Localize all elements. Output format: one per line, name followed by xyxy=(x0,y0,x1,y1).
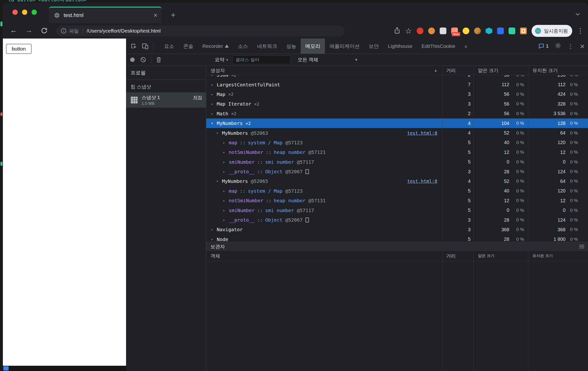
reload-icon[interactable] xyxy=(41,27,48,35)
page-button[interactable]: button xyxy=(6,44,32,54)
devtools-tab-보안[interactable]: 보안 xyxy=(364,39,383,54)
hamburger-menu-icon[interactable] xyxy=(579,245,584,248)
devtools-tab-Lighthouse[interactable]: Lighthouse xyxy=(383,39,417,54)
expand-icon[interactable]: ▸ xyxy=(211,111,217,116)
omnibox[interactable]: i 파일 /Users/yceffort/Desktop/test.html xyxy=(56,25,345,36)
devtools-tab-콘솔[interactable]: 콘솔 xyxy=(179,39,198,54)
devtools-tab-메모리[interactable]: 메모리 xyxy=(301,39,325,54)
devtools-settings-gear-icon[interactable] xyxy=(555,42,561,50)
expand-icon[interactable]: ▸ xyxy=(223,150,229,154)
extension-person-icon[interactable] xyxy=(428,28,435,34)
devtools-tab-애플리케이션[interactable]: 애플리케이션 xyxy=(325,39,364,54)
column-header-object[interactable]: 객체 xyxy=(206,251,442,261)
devtools-close-icon[interactable]: × xyxy=(580,42,585,50)
column-header-retained-size[interactable]: 유지된 크기 xyxy=(528,251,588,261)
extension-adblock-icon[interactable] xyxy=(417,28,423,34)
heap-row[interactable]: ▸__proto__::Object@520673280 %1240 % xyxy=(206,215,588,225)
heap-row[interactable]: ▸Node5280 %1 8000 % xyxy=(206,235,588,242)
page-info-icon[interactable]: i xyxy=(61,28,66,33)
devtools-tab-성능[interactable]: 성능 xyxy=(282,39,301,54)
issues-counter[interactable]: 1 xyxy=(538,43,548,49)
tab-close-icon[interactable]: × xyxy=(154,12,158,19)
expand-icon[interactable]: ▸ xyxy=(223,198,229,203)
heap-row[interactable]: ▾MyNumbers@52065test.html:84520 %640 % xyxy=(206,176,588,186)
devtools-tab-소스[interactable]: 소스 xyxy=(233,39,252,54)
window-zoom-button[interactable] xyxy=(32,10,37,15)
devtools-tab-요소[interactable]: 요소 xyxy=(159,39,179,54)
devtools-menu-icon[interactable]: ⋮ xyxy=(567,43,574,49)
heap-row[interactable]: ▸JSON×22560 %2560 % xyxy=(206,75,588,80)
inspect-element-icon[interactable] xyxy=(130,43,137,50)
heap-row[interactable]: ▸notSmiNumber::heap number@571215120 %12… xyxy=(206,147,588,157)
collapse-icon[interactable]: ▾ xyxy=(211,121,217,125)
column-header-distance[interactable]: 거리 xyxy=(442,66,473,75)
extension-reader-icon[interactable] xyxy=(520,28,527,34)
class-filter-input[interactable] xyxy=(232,55,291,64)
expand-icon[interactable]: ▸ xyxy=(223,189,229,193)
browser-tab[interactable]: test.html × xyxy=(49,7,162,23)
expand-icon[interactable]: ▸ xyxy=(211,83,217,87)
devtools-tab-Recorder[interactable]: Recorder xyxy=(198,39,233,54)
column-header-distance[interactable]: 거리 xyxy=(442,251,473,261)
heap-row[interactable]: ▸notSmiNumber::heap number@571315120 %12… xyxy=(206,196,588,205)
delete-snapshot-trash-icon[interactable] xyxy=(156,56,162,63)
expand-icon[interactable]: ▸ xyxy=(211,102,217,106)
devtools-tab-overflow[interactable]: » xyxy=(460,39,472,54)
device-toolbar-icon[interactable] xyxy=(142,43,149,50)
new-tab-button[interactable]: + xyxy=(168,10,178,21)
clear-icon[interactable] xyxy=(140,56,147,63)
objects-scope-select[interactable]: 모든 객체 ▼ xyxy=(298,56,358,63)
devtools-tab-네트워크[interactable]: 네트워크 xyxy=(252,39,282,54)
heap-row[interactable]: ▸Navigator33680 %3680 % xyxy=(206,225,588,234)
heap-row[interactable]: ▸map::system / Map@571235400 %1200 % xyxy=(206,138,588,147)
source-link[interactable]: test.html:8 xyxy=(407,179,437,184)
back-icon[interactable]: ← xyxy=(10,27,17,34)
heap-row[interactable]: ▸LargestContentfulPaint71120 %1120 % xyxy=(206,80,588,89)
heap-row[interactable]: ▸smiNumber::smi number@57117500 %00 % xyxy=(206,205,588,215)
snapshot-save-link[interactable]: 저장 xyxy=(193,95,202,101)
heap-row[interactable]: ▾MyNumbers×241040 %1280 % xyxy=(206,119,588,128)
heap-row[interactable]: ▸Map×23560 %4240 % xyxy=(206,89,588,99)
record-snapshot-button[interactable] xyxy=(130,57,135,62)
heap-row[interactable]: ▸map::system / Map@571235400 %1200 % xyxy=(206,186,588,196)
perspective-select[interactable]: 요약 ▾ xyxy=(215,56,228,63)
expand-icon[interactable]: ▸ xyxy=(211,75,217,77)
browser-menu-icon[interactable]: ⋮ xyxy=(577,28,584,34)
column-header-shallow-size[interactable]: 얕은 크기 xyxy=(473,251,528,261)
heap-row[interactable]: ▾MyNumbers@52063test.html:84520 %640 % xyxy=(206,128,588,138)
paused-badge-button[interactable]: 일시중지됨 xyxy=(532,25,572,37)
snapshot-list-item[interactable]: 스냅샷 1 1.0 MB 저장 xyxy=(126,92,206,108)
heap-row[interactable]: ▸Math×22560 %3 5360 % xyxy=(206,109,588,119)
expand-icon[interactable]: ▸ xyxy=(223,160,229,164)
expand-icon[interactable]: ▸ xyxy=(223,141,229,145)
extension-green-square-icon[interactable] xyxy=(509,28,515,34)
column-header-constructor[interactable]: 생성자 ▲ xyxy=(206,66,442,75)
devtools-tab-EditThisCookie[interactable]: EditThisCookie xyxy=(417,39,460,54)
share-icon[interactable] xyxy=(394,27,400,35)
collapse-icon[interactable]: ▾ xyxy=(216,179,222,183)
window-minimize-button[interactable] xyxy=(22,10,27,15)
extension-grey-square-icon[interactable] xyxy=(440,28,446,34)
heap-row[interactable]: ▸smiNumber::smi number@57117500 %00 % xyxy=(206,157,588,167)
window-close-button[interactable] xyxy=(12,10,18,15)
source-link[interactable]: test.html:8 xyxy=(407,131,437,136)
expand-icon[interactable]: ▸ xyxy=(211,237,217,241)
column-header-retained-size[interactable]: 유지된 크기 xyxy=(528,66,588,75)
bookmark-star-icon[interactable]: ☆ xyxy=(405,27,412,35)
tab-search-chevron-icon[interactable] xyxy=(575,12,580,17)
extension-puzzle-icon[interactable] xyxy=(497,28,504,34)
expand-icon[interactable]: ▸ xyxy=(223,208,229,213)
column-header-shallow-size[interactable]: 얕은 크기 xyxy=(473,66,528,75)
expand-icon[interactable]: ▸ xyxy=(211,92,217,97)
extension-cookie-icon[interactable] xyxy=(474,28,481,34)
collapse-icon[interactable]: ▾ xyxy=(216,131,222,135)
heap-row[interactable]: ▸__proto__::Object@520673280 %1240 % xyxy=(206,167,588,176)
expand-icon[interactable]: ▸ xyxy=(211,227,217,232)
extension-tab-group-icon[interactable]: New xyxy=(451,28,458,34)
extension-emoji-icon[interactable] xyxy=(463,28,469,34)
url-text[interactable]: /Users/yceffort/Desktop/test.html xyxy=(87,28,161,34)
expand-icon[interactable]: ▸ xyxy=(223,169,229,174)
forward-icon[interactable]: → xyxy=(25,27,32,34)
heap-row[interactable]: ▸Map Iterator×23560 %3280 % xyxy=(206,99,588,109)
extension-hexagon-icon[interactable] xyxy=(486,28,492,34)
